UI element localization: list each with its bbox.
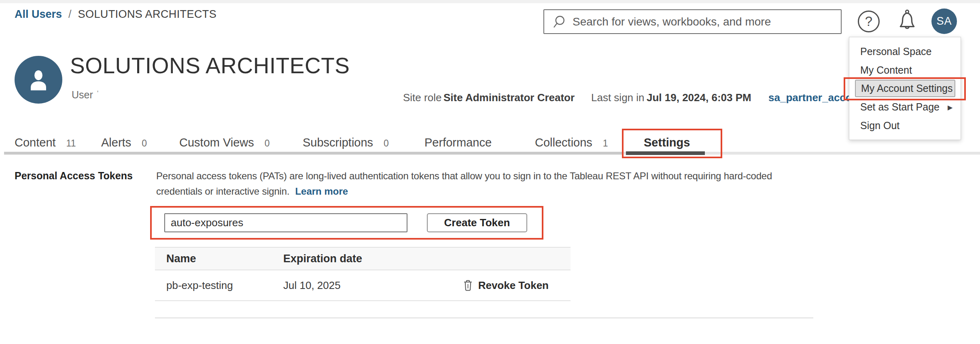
menu-item-personal-space[interactable]: Personal Space	[849, 42, 961, 61]
person-icon	[24, 66, 53, 94]
search-icon	[552, 15, 567, 29]
tabbar-border-left	[4, 152, 622, 155]
tab-count: 0	[142, 138, 147, 149]
last-sign-in-value: Jul 19, 2024, 6:03 PM	[647, 91, 751, 104]
menu-item-set-as-start-page[interactable]: Set as Start Page ▶	[849, 98, 961, 116]
menu-item-sign-out[interactable]: Sign Out	[849, 116, 961, 135]
account-menu: Personal Space My Content My Account Set…	[849, 37, 961, 140]
tab-count: 1	[603, 138, 608, 149]
top-strip	[0, 0, 980, 3]
menu-item-my-account-settings[interactable]: My Account Settings	[855, 80, 955, 97]
tab-label: Collections	[535, 136, 592, 149]
token-name-cell: pb-exp-testing	[155, 279, 283, 292]
tab-label: Performance	[424, 136, 492, 149]
tableau-user-settings-page: All Users / SOLUTIONS ARCHITECTS ? SA Pe…	[0, 0, 980, 344]
menu-item-label: My Account Settings	[861, 83, 953, 94]
trash-icon	[463, 279, 473, 291]
page-title: SOLUTIONS ARCHITECTS	[70, 53, 350, 79]
revoke-token-label: Revoke Token	[478, 279, 549, 292]
search-box[interactable]	[543, 9, 842, 34]
revoke-token-button[interactable]: Revoke Token	[463, 279, 571, 292]
search-input[interactable]	[573, 15, 823, 28]
menu-item-label: Sign Out	[860, 120, 899, 132]
pat-description-line1: Personal access tokens (PATs) are long-l…	[156, 168, 772, 184]
tab-count: 11	[66, 138, 76, 149]
column-header-expiration: Expiration date	[283, 253, 453, 265]
token-expiration-cell: Jul 10, 2025	[283, 279, 453, 292]
create-token-button[interactable]: Create Token	[427, 213, 527, 232]
menu-item-label: Set as Start Page	[860, 101, 940, 113]
avatar-initials: SA	[936, 15, 952, 28]
section-divider	[155, 317, 813, 319]
tab-label: Custom Views	[179, 136, 254, 149]
pat-section-label: Personal Access Tokens	[15, 170, 133, 182]
last-sign-in-label: Last sign in	[591, 91, 645, 104]
learn-more-link[interactable]: Learn more	[295, 186, 348, 197]
tab-performance[interactable]: Performance	[424, 136, 492, 149]
pat-description: Personal access tokens (PATs) are long-l…	[156, 168, 772, 199]
menu-item-label: My Content	[860, 64, 912, 76]
table-row: pb-exp-testing Jul 10, 2025 Revoke Token	[155, 270, 571, 301]
profile-subtitle: User'	[72, 89, 98, 101]
profile-subtitle-label: User	[72, 89, 93, 100]
profile-avatar	[15, 56, 62, 104]
tab-custom-views[interactable]: Custom Views 0	[179, 136, 270, 149]
column-header-name: Name	[155, 253, 283, 265]
user-avatar[interactable]: SA	[931, 8, 957, 34]
token-name-input[interactable]	[164, 213, 407, 232]
selected-tab-underline	[626, 151, 705, 155]
username-link[interactable]: sa_partner_accou	[768, 91, 859, 104]
pat-description-line2: credentials or interactive signin.	[156, 186, 289, 197]
breadcrumb: All Users / SOLUTIONS ARCHITECTS	[15, 8, 216, 21]
tab-alerts[interactable]: Alerts 0	[101, 136, 147, 149]
tab-label: Subscriptions	[303, 136, 373, 149]
tab-label: Settings	[644, 136, 690, 149]
tab-label: Alerts	[101, 136, 131, 149]
notifications-button[interactable]	[895, 8, 919, 34]
menu-item-my-content[interactable]: My Content	[849, 61, 961, 79]
tab-label: Content	[15, 136, 56, 149]
question-mark-icon: ?	[865, 14, 872, 29]
submenu-arrow-icon: ▶	[948, 104, 952, 111]
help-button[interactable]: ?	[858, 11, 880, 32]
token-table-header: Name Expiration date	[155, 247, 571, 270]
bell-icon	[895, 8, 919, 34]
breadcrumb-all-users-link[interactable]: All Users	[15, 8, 62, 21]
tab-content[interactable]: Content 11	[15, 136, 76, 149]
menu-item-label: Personal Space	[860, 46, 932, 57]
breadcrumb-separator: /	[68, 8, 72, 21]
breadcrumb-current: SOLUTIONS ARCHITECTS	[78, 8, 217, 21]
tab-collections[interactable]: Collections 1	[535, 136, 608, 149]
site-role-label: Site role	[403, 91, 441, 104]
profile-subtitle-mark: '	[97, 89, 99, 98]
tab-subscriptions[interactable]: Subscriptions 0	[303, 136, 389, 149]
tab-count: 0	[384, 138, 389, 149]
tab-count: 0	[265, 138, 270, 149]
token-table: Name Expiration date pb-exp-testing Jul …	[155, 247, 571, 301]
tab-settings[interactable]: Settings	[644, 136, 690, 149]
site-role-value: Site Administrator Creator	[443, 91, 575, 104]
